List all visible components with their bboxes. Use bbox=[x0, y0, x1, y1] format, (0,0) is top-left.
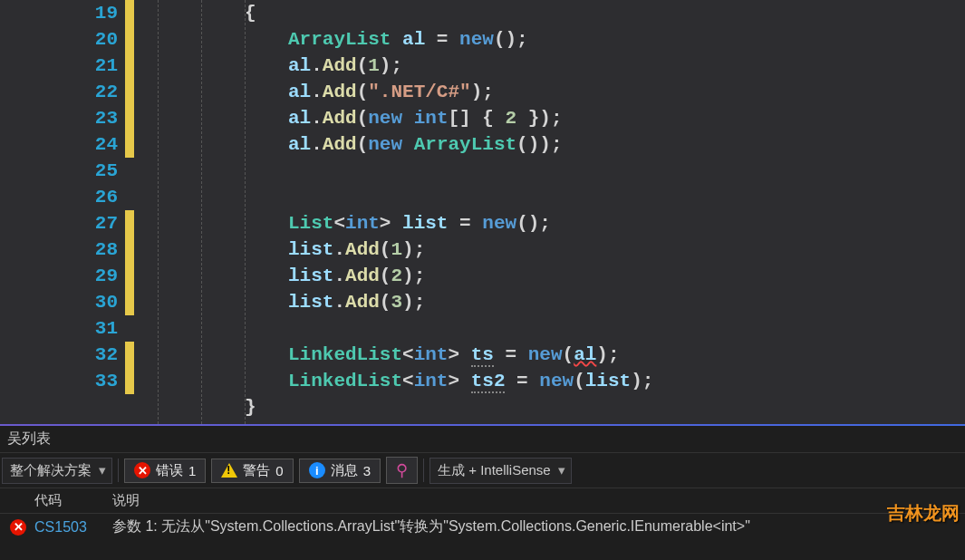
error-list-toolbar: 整个解决方案 ✕ 错误 1 警告 0 i 消息 3 ⚲ 生成 + Intelli… bbox=[0, 453, 965, 488]
warning-icon bbox=[221, 463, 237, 478]
line-number: 29 bbox=[0, 263, 123, 289]
code-line[interactable]: al.Add(".NET/C#"); bbox=[158, 79, 965, 105]
error-row[interactable]: ✕ CS1503 参数 1: 无法从"System.Collections.Ar… bbox=[0, 514, 965, 540]
warnings-label: 警告 bbox=[243, 462, 270, 479]
code-line[interactable]: List<int> list = new(); bbox=[158, 210, 965, 237]
error-list-title: 吴列表 bbox=[0, 426, 965, 453]
messages-filter-button[interactable]: i 消息 3 bbox=[299, 459, 381, 483]
code-line[interactable]: al.Add(new ArrayList()); bbox=[158, 131, 965, 158]
errors-label: 错误 bbox=[156, 462, 183, 479]
separator bbox=[118, 459, 119, 482]
line-number: 25 bbox=[0, 158, 123, 184]
line-number-gutter: 192021222324252627282930313233 bbox=[0, 0, 125, 424]
clear-filter-button[interactable]: ⚲ bbox=[386, 457, 418, 484]
code-line[interactable]: LinkedList<int> ts2 = new(list); bbox=[158, 368, 965, 394]
error-icon: ✕ bbox=[134, 462, 150, 478]
error-description: 参数 1: 无法从"System.Collections.ArrayList"转… bbox=[112, 517, 750, 536]
line-number: 30 bbox=[0, 289, 123, 315]
line-number: 31 bbox=[0, 315, 123, 342]
messages-count: 3 bbox=[363, 463, 371, 478]
code-line[interactable]: LinkedList<int> ts = new(al); bbox=[158, 342, 965, 368]
line-number: 22 bbox=[0, 79, 123, 105]
warnings-filter-button[interactable]: 警告 0 bbox=[211, 459, 293, 483]
fold-column bbox=[136, 0, 158, 424]
scope-dropdown[interactable]: 整个解决方案 bbox=[2, 458, 112, 484]
error-table-header: 代码 说明 bbox=[0, 488, 965, 514]
code-line[interactable]: al.Add(1); bbox=[158, 53, 965, 79]
code-line[interactable]: { bbox=[158, 0, 965, 26]
col-description[interactable]: 说明 bbox=[112, 492, 140, 509]
line-number: 32 bbox=[0, 342, 123, 368]
code-line[interactable]: list.Add(1); bbox=[158, 237, 965, 263]
code-line[interactable]: } bbox=[158, 394, 965, 420]
line-number: 20 bbox=[0, 26, 123, 53]
line-number: 28 bbox=[0, 237, 123, 263]
warnings-count: 0 bbox=[275, 463, 283, 478]
code-line[interactable]: al.Add(new int[] { 2 }); bbox=[158, 105, 965, 131]
messages-label: 消息 bbox=[331, 462, 358, 479]
code-line[interactable]: ArrayList al = new(); bbox=[158, 26, 965, 53]
code-line[interactable]: list.Add(3); bbox=[158, 289, 965, 315]
code-line[interactable] bbox=[158, 315, 965, 342]
error-code: CS1503 bbox=[34, 519, 112, 536]
line-number: 19 bbox=[0, 0, 123, 26]
errors-filter-button[interactable]: ✕ 错误 1 bbox=[124, 459, 206, 483]
separator bbox=[423, 459, 424, 482]
code-line[interactable] bbox=[158, 184, 965, 210]
source-dropdown[interactable]: 生成 + IntelliSense bbox=[429, 458, 572, 484]
line-number: 27 bbox=[0, 210, 123, 237]
filter-icon: ⚲ bbox=[396, 460, 408, 480]
change-marker-column bbox=[125, 0, 136, 424]
code-line[interactable] bbox=[158, 158, 965, 184]
code-editor[interactable]: 192021222324252627282930313233 {ArrayLis… bbox=[0, 0, 965, 424]
errors-count: 1 bbox=[188, 463, 196, 478]
code-text-area[interactable]: {ArrayList al = new();al.Add(1);al.Add("… bbox=[158, 0, 965, 424]
error-icon: ✕ bbox=[10, 519, 26, 536]
code-line[interactable]: list.Add(2); bbox=[158, 263, 965, 289]
line-number: 26 bbox=[0, 184, 123, 210]
col-code[interactable]: 代码 bbox=[34, 492, 112, 509]
line-number: 21 bbox=[0, 53, 123, 79]
line-number: 24 bbox=[0, 131, 123, 158]
line-number: 23 bbox=[0, 105, 123, 131]
info-icon: i bbox=[309, 462, 325, 478]
line-number: 33 bbox=[0, 368, 123, 394]
